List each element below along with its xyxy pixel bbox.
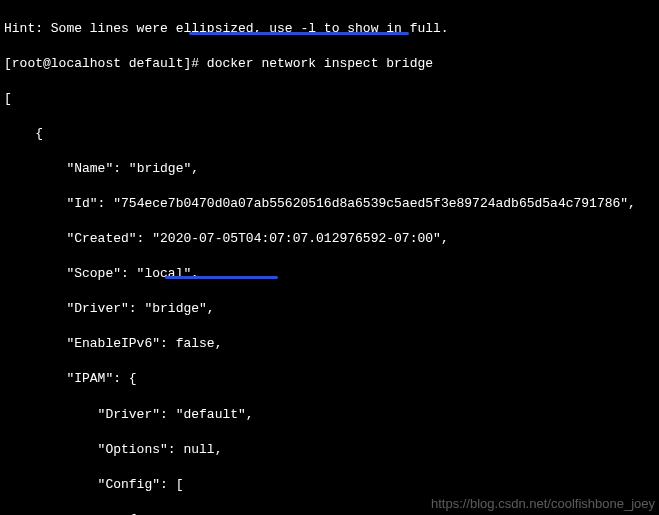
field-ipam-config-open: "Config": [ — [4, 476, 655, 494]
terminal-output[interactable]: Hint: Some lines were ellipsized, use -l… — [0, 0, 659, 515]
created-value: 2020-07-05T04:07:07.012976592-07:00 — [160, 231, 433, 246]
field-ipam-open: "IPAM": { — [4, 370, 655, 388]
prompt-line: [root@localhost default]# docker network… — [4, 55, 655, 73]
ipam-options-value: null — [183, 442, 214, 457]
field-created: "Created": "2020-07-05T04:07:07.01297659… — [4, 230, 655, 248]
json-open-bracket: [ — [4, 90, 655, 108]
driver-value: bridge — [152, 301, 199, 316]
field-id: "Id": "754ece7b0470d0a07ab55620516d8a653… — [4, 195, 655, 213]
id-value: 754ece7b0470d0a07ab55620516d8a6539c5aed5… — [121, 196, 620, 211]
field-scope: "Scope": "local", — [4, 265, 655, 283]
enableipv6-value: false — [176, 336, 215, 351]
ipam-driver-value: default — [183, 407, 238, 422]
name-value: bridge — [137, 161, 184, 176]
annotation-underline-command — [189, 32, 409, 35]
field-driver: "Driver": "bridge", — [4, 300, 655, 318]
annotation-underline-gateway — [165, 276, 278, 279]
field-ipam-driver: "Driver": "default", — [4, 406, 655, 424]
json-open-brace: { — [4, 125, 655, 143]
field-name: "Name": "bridge", — [4, 160, 655, 178]
field-enableipv6: "EnableIPv6": false, — [4, 335, 655, 353]
watermark-text: https://blog.csdn.net/coolfishbone_joey — [431, 495, 655, 513]
field-ipam-options: "Options": null, — [4, 441, 655, 459]
